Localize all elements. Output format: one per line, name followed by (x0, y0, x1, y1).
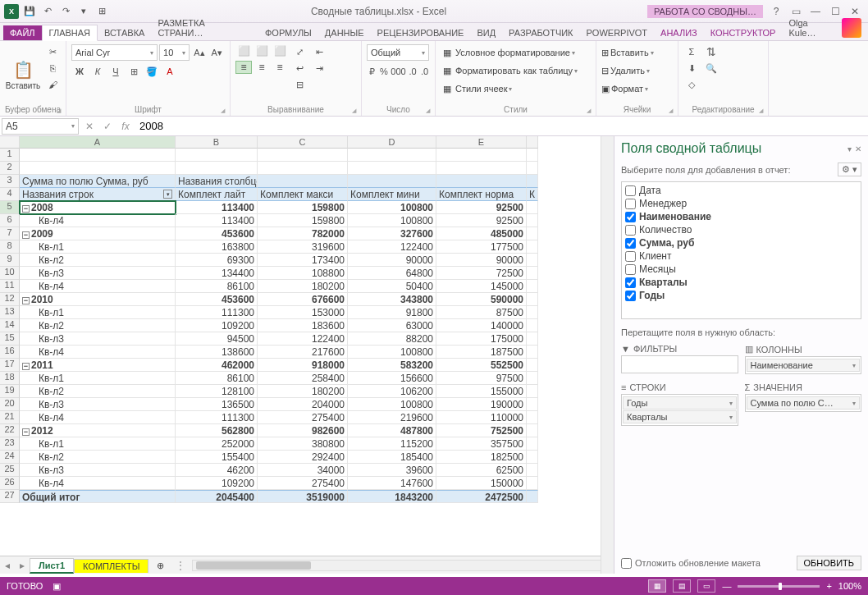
pivot-value[interactable]: 100800 (348, 398, 436, 411)
cell[interactable] (436, 175, 527, 188)
pivot-value[interactable]: 92500 (436, 214, 527, 227)
pivot-row-quarter[interactable]: Кв-л1 (20, 240, 176, 254)
row-header[interactable]: 19 (0, 385, 20, 398)
field-checkbox[interactable] (625, 199, 636, 209)
row-header[interactable]: 9 (0, 254, 20, 267)
pivot-value[interactable]: 487800 (348, 424, 436, 437)
area-item[interactable]: Наименование▾ (747, 359, 861, 372)
pivot-value[interactable]: 100800 (348, 214, 436, 227)
pivot-value[interactable]: 453600 (176, 227, 258, 240)
pivot-row-quarter[interactable]: Кв-л2 (20, 319, 176, 332)
pivot-value[interactable]: 258400 (258, 372, 348, 385)
pivot-row-quarter[interactable]: Кв-л3 (20, 332, 176, 346)
pivot-value[interactable]: 109200 (176, 477, 258, 490)
row-header[interactable]: 6 (0, 214, 20, 227)
pivot-row-year[interactable]: −2010 (20, 293, 176, 306)
pivot-grandtotal-value[interactable]: 1843200 (348, 490, 436, 503)
pivot-value[interactable]: 147600 (348, 477, 436, 490)
pivot-value[interactable]: 94500 (176, 332, 258, 346)
cell[interactable] (258, 149, 348, 162)
cell[interactable] (176, 162, 258, 175)
tab-data[interactable]: ДАННЫЕ (318, 25, 371, 40)
pivot-value[interactable]: 87500 (436, 306, 527, 319)
pivot-value[interactable]: 88200 (348, 332, 436, 346)
horizontal-scrollbar[interactable] (192, 560, 610, 571)
autosum-icon[interactable]: Σ (683, 44, 700, 59)
row-header[interactable]: 24 (0, 451, 20, 464)
pivot-value[interactable]: 100800 (348, 346, 436, 359)
pivot-value[interactable]: 138600 (176, 346, 258, 359)
pivot-value[interactable]: 100800 (348, 201, 436, 214)
pivot-value[interactable]: 187500 (436, 346, 527, 359)
save-icon[interactable]: 💾 (21, 3, 38, 20)
pivot-value[interactable]: 217600 (258, 346, 348, 359)
italic-icon[interactable]: К (89, 64, 106, 79)
pivot-value[interactable]: 204000 (258, 398, 348, 411)
pivot-value[interactable]: 108800 (258, 267, 348, 280)
collapse-icon[interactable]: − (22, 363, 30, 370)
currency-icon[interactable]: ₽ (367, 64, 377, 79)
cell[interactable] (527, 464, 538, 477)
pivot-value[interactable]: 46200 (176, 464, 258, 477)
cell[interactable] (527, 398, 538, 411)
find-select-icon[interactable]: 🔍 (703, 61, 720, 76)
cell[interactable] (176, 149, 258, 162)
format-as-table-button[interactable]: ▦Форматировать как таблицу▾ (441, 62, 591, 79)
pivot-value[interactable]: 90000 (348, 254, 436, 267)
tab-powerpivot[interactable]: POWERPIVOT (580, 25, 655, 40)
pivot-value[interactable]: 97500 (436, 372, 527, 385)
pivot-value[interactable]: 275400 (258, 477, 348, 490)
cell[interactable] (348, 162, 436, 175)
cell[interactable] (527, 319, 538, 332)
pivot-col-labels[interactable]: Названия столбцов▾ (176, 175, 258, 188)
align-top-icon[interactable]: ⬜ (235, 44, 252, 57)
field-checkbox[interactable] (625, 291, 636, 301)
fx-icon[interactable]: fx (116, 118, 135, 135)
field-item[interactable]: Количество (624, 223, 859, 236)
pivot-value[interactable]: 590000 (436, 293, 527, 306)
bold-icon[interactable]: Ж (71, 64, 88, 79)
cell[interactable] (20, 162, 176, 175)
pivot-row-quarter[interactable]: Кв-л4 (20, 346, 176, 359)
pivot-value[interactable]: 159800 (258, 201, 348, 214)
zoom-level[interactable]: 100% (838, 581, 861, 591)
field-item[interactable]: Наименование (624, 210, 859, 223)
cell[interactable] (436, 162, 527, 175)
pivot-value[interactable]: 173400 (258, 254, 348, 267)
pivot-value[interactable]: 182500 (436, 451, 527, 464)
pivot-value[interactable]: 122400 (348, 240, 436, 254)
name-box[interactable]: A5▾ (2, 118, 79, 135)
tab-file[interactable]: ФАЙЛ (3, 25, 42, 40)
cell[interactable] (527, 162, 538, 175)
field-checkbox[interactable] (625, 277, 636, 288)
pivot-value[interactable]: 90000 (436, 254, 527, 267)
cut-icon[interactable]: ✂ (44, 44, 61, 59)
sheet-nav-prev-icon[interactable]: ◂ (0, 560, 15, 571)
pivot-value[interactable]: 562800 (176, 424, 258, 437)
field-item[interactable]: Сумма, руб (624, 236, 859, 249)
pivot-value[interactable]: 185400 (348, 451, 436, 464)
row-header[interactable]: 17 (0, 359, 20, 372)
macro-record-icon[interactable]: ▣ (53, 581, 61, 592)
tab-developer[interactable]: РАЗРАБОТЧИК (502, 25, 579, 40)
pivot-value[interactable]: 122400 (258, 332, 348, 346)
pivot-value[interactable]: 111300 (176, 411, 258, 424)
cell[interactable] (527, 306, 538, 319)
pivot-value[interactable]: 177500 (436, 240, 527, 254)
column-header[interactable]: D (348, 136, 436, 149)
pivot-value[interactable]: 292400 (258, 451, 348, 464)
pivot-col-header[interactable]: Комплект лайт (176, 188, 258, 201)
zoom-out-icon[interactable]: — (722, 581, 731, 591)
number-format-combo[interactable]: Общий▾ (367, 44, 429, 61)
grow-font-icon[interactable]: A▴ (191, 45, 207, 60)
pivot-row-year[interactable]: −2011 (20, 359, 176, 372)
cell[interactable] (527, 254, 538, 267)
pivot-value[interactable]: 752500 (436, 424, 527, 437)
pivot-value[interactable]: 145000 (436, 280, 527, 293)
tab-home[interactable]: ГЛАВНАЯ (42, 25, 98, 41)
column-header[interactable]: C (258, 136, 348, 149)
format-painter-icon[interactable]: 🖌 (44, 77, 61, 92)
formula-input[interactable] (135, 118, 868, 135)
increase-indent-icon[interactable]: ⇥ (311, 61, 327, 76)
area-rows[interactable]: ≡СТРОКИ Годы▾ Кварталы▾ (621, 381, 738, 426)
